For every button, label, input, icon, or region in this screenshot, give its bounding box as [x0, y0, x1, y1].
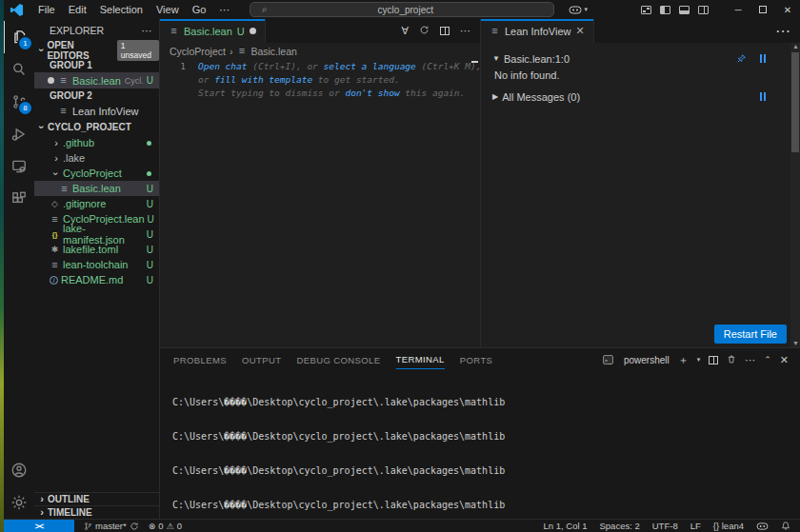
- menu-go[interactable]: Go: [186, 4, 213, 15]
- toggle-secondary-sidebar-button[interactable]: [698, 6, 709, 14]
- activity-source-control[interactable]: 8: [4, 86, 34, 118]
- editor-more-actions[interactable]: ⋯: [460, 25, 470, 37]
- editor-group-2-label: GROUP 2: [34, 89, 159, 103]
- collapse-triangle-icon[interactable]: ▼: [492, 54, 500, 63]
- panel-more-actions[interactable]: ⋯: [745, 354, 755, 366]
- open-editor-lean-infoview[interactable]: Lean InfoView: [34, 103, 159, 119]
- project-root-header[interactable]: CYCLO_PROJECT: [34, 119, 159, 135]
- search-input[interactable]: [270, 5, 542, 15]
- terminal-line: C:\Users\����\Desktop\cyclo_project\.lak…: [172, 465, 800, 477]
- menu-view[interactable]: View: [150, 4, 186, 15]
- split-terminal-button[interactable]: [709, 356, 718, 365]
- activity-search[interactable]: [4, 53, 34, 86]
- close-window-button[interactable]: ✕: [775, 0, 800, 19]
- timeline-section[interactable]: TIMELINE: [34, 505, 159, 519]
- infoview-position[interactable]: Basic.lean:1:0: [504, 53, 570, 65]
- problems-status[interactable]: ⊗ 0 ⚠ 0: [149, 521, 182, 531]
- activity-bar: 1 8: [4, 19, 34, 519]
- menu-selection[interactable]: Selection: [93, 4, 150, 15]
- breadcrumb-file[interactable]: Basic.lean: [250, 46, 296, 57]
- all-messages-header[interactable]: All Messages (0): [502, 91, 580, 103]
- notifications-bell-icon[interactable]: [781, 521, 790, 531]
- restart-server-button[interactable]: [419, 25, 430, 37]
- scroll-down-icon[interactable]: ▼: [792, 340, 799, 346]
- remote-indicator[interactable]: ><: [4, 520, 74, 532]
- tree-item-gitignore[interactable]: .gitignore U: [34, 196, 159, 211]
- encoding-status[interactable]: UTF-8: [652, 521, 678, 531]
- activity-extensions[interactable]: [4, 183, 34, 215]
- open-editors-header[interactable]: OPEN EDITORS 1 unsaved: [34, 42, 159, 58]
- toggle-panel-button[interactable]: [679, 6, 690, 14]
- explorer-more-actions[interactable]: ⋯: [142, 25, 152, 36]
- toggle-primary-sidebar-button[interactable]: [660, 6, 670, 14]
- infoview-scrollbar[interactable]: ▲ ▼: [790, 43, 800, 347]
- menu-file[interactable]: File: [31, 4, 62, 15]
- restart-file-button[interactable]: Restart File: [714, 325, 787, 344]
- settings-button[interactable]: [4, 486, 34, 519]
- tree-item-lake-manifest[interactable]: lake-manifest.json U: [34, 227, 159, 242]
- tree-item-cycloproject-folder[interactable]: CycloProject: [34, 166, 159, 181]
- copilot-menu[interactable]: ▾: [569, 5, 588, 15]
- breadcrumb[interactable]: CycloProject Basic.lean: [160, 43, 480, 59]
- customize-layout-button[interactable]: [641, 6, 651, 14]
- source-control-badge: 8: [19, 102, 31, 114]
- indentation-status[interactable]: Spaces: 2: [600, 521, 640, 531]
- code-editor[interactable]: 1 Open chat (Ctrl+I), or select a langua…: [160, 59, 480, 347]
- close-tab-icon[interactable]: ✕: [576, 25, 585, 37]
- menu-more[interactable]: ⋯: [212, 4, 236, 16]
- tree-item-lake-folder[interactable]: .lake: [34, 150, 159, 166]
- pause-updates-icon[interactable]: [760, 92, 766, 101]
- menu-edit[interactable]: Edit: [62, 4, 93, 15]
- command-center-search[interactable]: ⌕: [250, 2, 554, 17]
- new-terminal-button[interactable]: ＋: [678, 353, 689, 367]
- tab-terminal[interactable]: TERMINAL: [396, 350, 445, 369]
- expand-triangle-icon[interactable]: ▶: [492, 92, 498, 101]
- lean-file-icon: [58, 106, 69, 116]
- language-mode-status[interactable]: {} lean4: [713, 521, 744, 531]
- copilot-status-icon[interactable]: [756, 522, 769, 531]
- accounts-button[interactable]: [4, 454, 34, 486]
- activity-run-debug[interactable]: [4, 118, 34, 150]
- open-editor-basic-lean[interactable]: Basic.lean Cycl... U: [34, 72, 159, 89]
- git-branch-status[interactable]: master*: [84, 521, 139, 531]
- maximize-panel-icon[interactable]: ⌃: [764, 355, 771, 365]
- tab-output[interactable]: OUTPUT: [242, 351, 281, 369]
- pin-icon[interactable]: [736, 53, 747, 64]
- terminal-profile-dropdown-icon[interactable]: ▾: [697, 356, 701, 364]
- activity-explorer[interactable]: 1: [4, 21, 34, 53]
- tab-problems[interactable]: PROBLEMS: [173, 351, 227, 369]
- select-language-link[interactable]: select a language: [324, 61, 416, 71]
- remote-explorer-icon: [10, 158, 28, 175]
- kill-terminal-button[interactable]: [727, 354, 736, 366]
- unsaved-dot-icon[interactable]: [250, 28, 256, 34]
- scroll-up-icon[interactable]: ▲: [792, 43, 799, 49]
- fill-template-link[interactable]: fill with template: [214, 74, 312, 85]
- tab-lean-infoview[interactable]: Lean InfoView ✕: [481, 19, 594, 43]
- terminal-output[interactable]: C:\Users\����\Desktop\cyclo_project\.lak…: [160, 371, 800, 519]
- minimize-button[interactable]: ─: [726, 0, 750, 19]
- breadcrumb-folder[interactable]: CycloProject: [170, 46, 226, 57]
- infoview-more-actions[interactable]: ⋯: [775, 19, 800, 43]
- tab-basic-lean[interactable]: Basic.lean U: [160, 19, 266, 43]
- tree-item-readme[interactable]: README.md U: [34, 272, 159, 287]
- close-panel-icon[interactable]: ✕: [780, 354, 789, 366]
- tab-label: Lean InfoView: [505, 26, 571, 37]
- tree-item-lakefile-toml[interactable]: lakefile.toml U: [34, 242, 159, 257]
- tree-item-github[interactable]: .github: [34, 135, 159, 150]
- tab-debug-console[interactable]: DEBUG CONSOLE: [296, 351, 380, 369]
- tree-item-lean-toolchain[interactable]: lean-toolchain U: [34, 257, 159, 272]
- dont-show-link[interactable]: don't show: [345, 88, 399, 98]
- eol-status[interactable]: LF: [690, 521, 701, 531]
- split-editor-button[interactable]: [440, 27, 450, 35]
- outline-section[interactable]: OUTLINE: [34, 492, 159, 505]
- lean-infoview-toggle-button[interactable]: ∀: [401, 25, 409, 37]
- scrollbar-thumb[interactable]: [791, 52, 799, 152]
- tree-item-basic-lean[interactable]: Basic.lean U: [34, 181, 159, 196]
- maximize-button[interactable]: [750, 0, 775, 19]
- pause-updates-icon[interactable]: [760, 54, 766, 63]
- shell-name[interactable]: powershell: [624, 355, 670, 365]
- open-chat-link[interactable]: Open chat: [198, 61, 247, 71]
- tab-ports[interactable]: PORTS: [460, 351, 493, 369]
- activity-remote-explorer[interactable]: [4, 150, 34, 183]
- cursor-position-status[interactable]: Ln 1, Col 1: [544, 521, 588, 531]
